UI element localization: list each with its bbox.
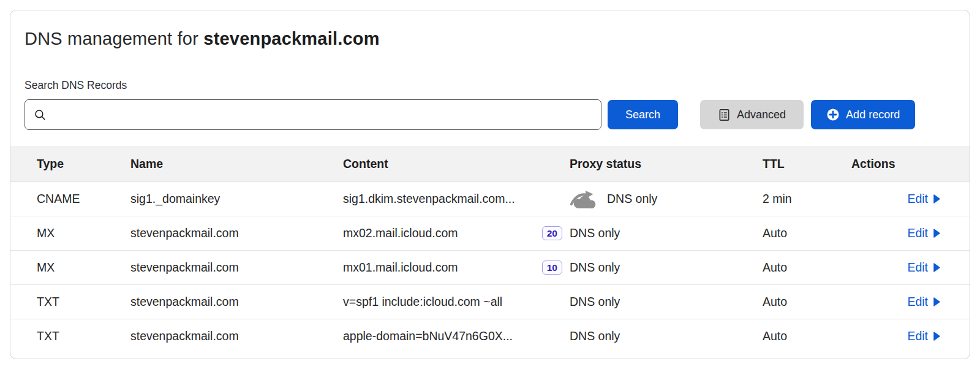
cell-actions: Edit (851, 192, 940, 206)
table-header-row: Type Name Content Proxy status TTL Actio… (10, 146, 970, 181)
cell-proxy-status: DNS only (570, 295, 763, 309)
column-header-type: Type (37, 157, 130, 171)
edit-link[interactable]: Edit (907, 192, 940, 206)
cell-proxy-status: DNS only (570, 226, 763, 240)
mx-priority-badge: 10 (542, 261, 562, 275)
table-row: MX stevenpackmail.com mx02.mail.icloud.c… (10, 216, 970, 250)
cell-ttl: Auto (763, 329, 851, 343)
add-record-label: Add record (846, 108, 900, 121)
cell-name: stevenpackmail.com (130, 226, 343, 240)
cell-name: stevenpackmail.com (130, 329, 343, 343)
search-button[interactable]: Search (608, 100, 678, 129)
proxy-status-text: DNS only (570, 226, 620, 240)
chevron-right-icon (933, 263, 940, 272)
cell-type: TXT (37, 295, 130, 309)
edit-link[interactable]: Edit (907, 261, 940, 275)
cell-ttl: Auto (763, 295, 851, 309)
column-header-content: Content (343, 157, 570, 171)
mx-priority-badge: 20 (542, 226, 562, 240)
column-header-actions: Actions (851, 157, 940, 171)
content-text: mx02.mail.icloud.com (343, 226, 458, 240)
search-input-container[interactable] (24, 99, 601, 130)
page-title-prefix: DNS management for (24, 29, 203, 48)
proxy-status-text: DNS only (570, 261, 620, 275)
search-label: Search DNS Records (24, 79, 956, 92)
cell-ttl: 2 min (763, 192, 851, 206)
cell-name: stevenpackmail.com (130, 295, 343, 309)
cell-type: MX (37, 261, 130, 275)
chevron-right-icon (933, 194, 940, 204)
chevron-right-icon (933, 297, 940, 306)
edit-link[interactable]: Edit (907, 329, 940, 343)
proxy-status-text: DNS only (570, 329, 620, 343)
cell-content: mx02.mail.icloud.com 20 (343, 226, 570, 240)
cell-actions: Edit (851, 226, 940, 240)
table-row: CNAME sig1._domainkey sig1.dkim.stevenpa… (10, 181, 970, 216)
plus-circle-icon (826, 108, 840, 121)
search-toolbar: Search Advanced Add record (24, 99, 956, 130)
content-text: v=spf1 include:icloud.com ~all (343, 295, 502, 309)
edit-link-label: Edit (907, 329, 928, 343)
cell-content: sig1.dkim.stevenpackmail.com... (343, 192, 570, 206)
search-icon (34, 108, 47, 121)
cell-type: CNAME (37, 192, 130, 206)
edit-link-label: Edit (907, 192, 928, 206)
proxy-status-text: DNS only (607, 192, 657, 206)
cell-proxy-status: DNS only (570, 189, 763, 209)
cell-type: MX (37, 226, 130, 240)
dns-only-cloud-icon (570, 189, 599, 209)
page-title-domain: stevenpackmail.com (203, 29, 379, 48)
table-row: MX stevenpackmail.com mx01.mail.icloud.c… (10, 250, 970, 284)
cell-ttl: Auto (763, 226, 851, 240)
cell-name: sig1._domainkey (130, 192, 343, 206)
list-document-icon (718, 108, 731, 121)
table-row: TXT stevenpackmail.com v=spf1 include:ic… (10, 284, 970, 319)
dns-management-card: DNS management for stevenpackmail.com Se… (10, 10, 970, 359)
cell-actions: Edit (851, 329, 940, 343)
edit-link[interactable]: Edit (907, 226, 940, 240)
column-header-name: Name (130, 157, 343, 171)
content-text: sig1.dkim.stevenpackmail.com... (343, 192, 515, 206)
page-title: DNS management for stevenpackmail.com (24, 10, 956, 49)
advanced-button-label: Advanced (737, 108, 786, 121)
advanced-button[interactable]: Advanced (700, 100, 804, 129)
dns-records-table: Type Name Content Proxy status TTL Actio… (10, 146, 970, 353)
cell-name: stevenpackmail.com (130, 261, 343, 275)
search-input[interactable] (51, 108, 592, 121)
column-header-proxy-status: Proxy status (570, 157, 763, 171)
chevron-right-icon (933, 229, 940, 238)
cell-proxy-status: DNS only (570, 329, 763, 343)
cell-content: v=spf1 include:icloud.com ~all (343, 295, 570, 309)
cell-content: mx01.mail.icloud.com 10 (343, 261, 570, 275)
edit-link-label: Edit (907, 295, 928, 309)
edit-link[interactable]: Edit (907, 295, 940, 309)
edit-link-label: Edit (907, 261, 928, 275)
table-row: TXT stevenpackmail.com apple-domain=bNuV… (10, 319, 970, 353)
cell-actions: Edit (851, 261, 940, 275)
cell-content: apple-domain=bNuV47n6G0X... (343, 329, 570, 343)
cell-type: TXT (37, 329, 130, 343)
add-record-button[interactable]: Add record (811, 100, 915, 129)
chevron-right-icon (933, 332, 940, 341)
edit-link-label: Edit (907, 226, 928, 240)
proxy-status-text: DNS only (570, 295, 620, 309)
cell-proxy-status: DNS only (570, 261, 763, 275)
column-header-ttl: TTL (763, 157, 851, 171)
cell-actions: Edit (851, 295, 940, 309)
cell-ttl: Auto (763, 261, 851, 275)
content-text: mx01.mail.icloud.com (343, 261, 458, 275)
content-text: apple-domain=bNuV47n6G0X... (343, 329, 513, 343)
